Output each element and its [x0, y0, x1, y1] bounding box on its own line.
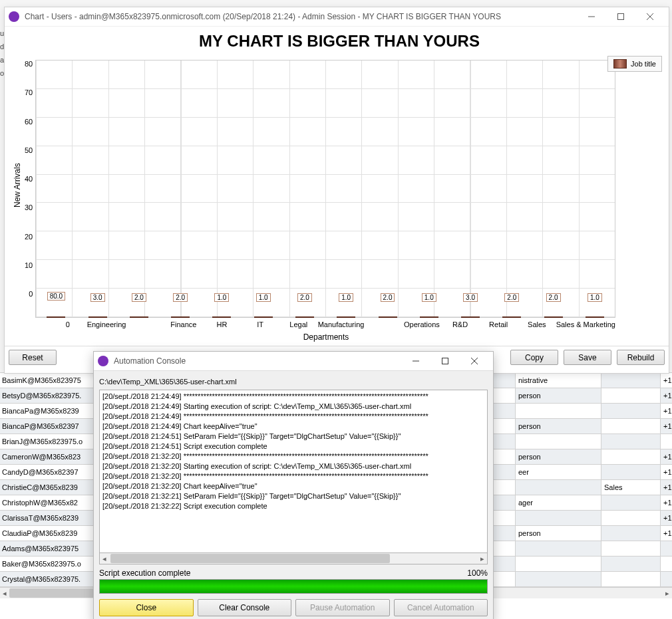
log-line: [20/sept./2018 21:32:20] Chart keepAlive… — [102, 481, 484, 491]
grid-cell[interactable] — [661, 541, 673, 557]
legend-swatch — [613, 59, 627, 68]
grid-cell[interactable] — [601, 465, 661, 480]
grid-cell[interactable]: Sales — [601, 480, 661, 495]
scroll-right-icon[interactable]: ▸ — [478, 553, 487, 564]
grid-cell[interactable]: +1 858 555 011 — [661, 480, 673, 495]
minimize-icon[interactable] — [401, 352, 430, 370]
grid-cell[interactable] — [661, 572, 673, 587]
svg-rect-5 — [442, 358, 448, 364]
grid-cell[interactable] — [601, 541, 661, 557]
log-h-scrollbar[interactable]: ◂ ▸ — [99, 553, 488, 564]
grid-cell[interactable]: +1 425 555 010 — [661, 419, 673, 434]
bar-value-label: 1.0 — [256, 293, 271, 302]
y-axis-label: New Arrivals — [10, 53, 25, 318]
copy-button[interactable]: Copy — [510, 350, 558, 365]
bar-11[interactable]: 2.0 — [491, 316, 532, 318]
bar-6[interactable]: 2.0 — [284, 316, 325, 318]
grid-cell[interactable] — [601, 449, 661, 465]
bar-9[interactable]: 1.0 — [409, 316, 450, 318]
grid-cell[interactable] — [661, 557, 673, 572]
rebuild-button[interactable]: Rebuild — [617, 350, 665, 365]
grid-cell[interactable]: person — [516, 449, 601, 465]
scroll-thumb[interactable] — [110, 554, 390, 563]
bar-value-label: 2.0 — [546, 293, 561, 302]
grid-cell[interactable] — [601, 434, 661, 449]
grid-cell[interactable] — [601, 404, 661, 419]
grid-cell[interactable]: +1 425 555 010 — [661, 465, 673, 480]
svg-line-2 — [647, 13, 653, 20]
script-path: C:\dev\Temp_XML\365\365-user-chart.xml — [99, 376, 488, 390]
grid-cell[interactable]: +1 425 555 010 — [661, 511, 673, 526]
minimize-icon[interactable] — [577, 7, 606, 26]
bar-3[interactable]: 2.0 — [160, 316, 201, 318]
bar-8[interactable]: 2.0 — [367, 316, 408, 318]
grid-cell[interactable] — [516, 404, 601, 419]
bar-5[interactable]: 1.0 — [243, 316, 284, 318]
app-icon — [98, 356, 108, 366]
chart-legend: Job title — [607, 56, 662, 72]
close-icon[interactable] — [635, 7, 665, 26]
log-line: [20/sept./2018 21:24:51] Script executio… — [102, 441, 484, 451]
bar-10[interactable]: 3.0 — [450, 316, 491, 318]
bar-value-label: 1.0 — [422, 293, 436, 302]
grid-cell[interactable] — [516, 511, 601, 526]
close-button[interactable]: Close — [99, 599, 194, 616]
bar-value-label: 2.0 — [297, 293, 312, 302]
close-icon[interactable] — [460, 352, 489, 370]
chart-titlebar[interactable]: Chart - Users - admin@M365x823975.onmicr… — [5, 7, 669, 27]
bar-value-label: 1.0 — [339, 293, 353, 302]
grid-cell[interactable] — [601, 557, 661, 572]
grid-cell[interactable]: +1 425 555 010 — [661, 404, 673, 419]
grid-cell[interactable] — [601, 511, 661, 526]
bar-7[interactable]: 1.0 — [325, 316, 367, 318]
scroll-left-icon[interactable]: ◂ — [0, 588, 9, 598]
grid-cell[interactable] — [516, 541, 601, 557]
maximize-icon[interactable] — [430, 352, 460, 370]
grid-cell[interactable]: ager — [516, 495, 601, 511]
grid-cell[interactable] — [516, 434, 601, 449]
grid-cell[interactable]: +1 425 555 010 — [661, 495, 673, 511]
bar-13[interactable]: 1.0 — [574, 316, 615, 318]
log-line: [20/sept./2018 21:24:49] ***************… — [102, 392, 484, 402]
grid-cell[interactable] — [601, 373, 661, 388]
clear-console-button[interactable]: Clear Console — [198, 599, 292, 616]
maximize-icon[interactable] — [606, 7, 635, 26]
bar-0[interactable]: 80.0 — [35, 316, 77, 318]
grid-cell[interactable]: +1 425 555 010 — [661, 526, 673, 541]
cancel-automation-button[interactable]: Cancel Automation — [394, 599, 488, 616]
grid-cell[interactable] — [661, 434, 673, 449]
grid-cell[interactable]: eer — [516, 465, 601, 480]
x-category — [126, 318, 164, 331]
x-category: Manufacturing — [318, 318, 365, 331]
grid-cell[interactable] — [516, 572, 601, 587]
reset-button[interactable]: Reset — [9, 350, 57, 365]
console-titlebar[interactable]: Automation Console — [94, 352, 493, 371]
pause-automation-button[interactable]: Pause Automation — [295, 599, 390, 616]
bar-12[interactable]: 2.0 — [532, 316, 574, 318]
scroll-right-icon[interactable]: ▸ — [663, 588, 672, 598]
save-button[interactable]: Save — [564, 350, 611, 365]
bar-1[interactable]: 3.0 — [77, 316, 118, 318]
grid-cell[interactable] — [516, 480, 601, 495]
x-category: Operations — [403, 318, 441, 331]
grid-cell[interactable] — [601, 495, 661, 511]
svg-line-3 — [647, 13, 653, 20]
grid-cell[interactable] — [601, 526, 661, 541]
grid-cell[interactable]: person — [516, 388, 601, 404]
console-log[interactable]: [20/sept./2018 21:24:49] ***************… — [99, 390, 488, 553]
bar-2[interactable]: 2.0 — [118, 316, 160, 318]
grid-cell[interactable] — [601, 572, 661, 587]
grid-cell[interactable] — [601, 388, 661, 404]
grid-cell[interactable]: +1 425 555 010 — [661, 388, 673, 404]
grid-cell[interactable] — [516, 557, 601, 572]
grid-cell[interactable]: +1 425 555 010 — [661, 373, 673, 388]
grid-cell[interactable]: +1 425 555 010 — [661, 449, 673, 465]
grid-cell[interactable]: nistrative — [516, 373, 601, 388]
chart-window: Chart - Users - admin@M365x823975.onmicr… — [4, 7, 669, 374]
log-line: [20/sept./2018 21:32:20] ***************… — [102, 451, 484, 461]
scroll-left-icon[interactable]: ◂ — [100, 553, 109, 564]
bar-4[interactable]: 1.0 — [201, 316, 242, 318]
grid-cell[interactable]: person — [516, 419, 601, 434]
grid-cell[interactable]: person — [516, 526, 601, 541]
grid-cell[interactable] — [601, 419, 661, 434]
